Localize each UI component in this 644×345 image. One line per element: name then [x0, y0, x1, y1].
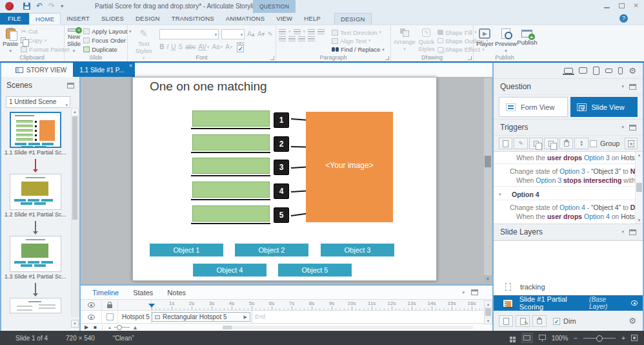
text-direction-button[interactable]: Text Direction▾ [332, 28, 385, 36]
scroll-down-icon[interactable]: ▼ [484, 275, 492, 283]
ribbon-tab-design-question-tools[interactable]: DESIGN [334, 13, 372, 25]
match-target-2[interactable] [192, 134, 270, 151]
group-checkbox[interactable] [590, 140, 597, 147]
slide-object-1[interactable]: Object 1 [150, 244, 223, 256]
preview-button[interactable]: Preview▾ [496, 27, 516, 54]
show-hide-all-column[interactable] [81, 300, 102, 310]
play-icon[interactable]: ▶ [85, 324, 88, 330]
tablet-portrait-icon[interactable] [593, 67, 599, 75]
copy-button[interactable]: Copy▾ [21, 36, 70, 45]
layer-row-tracking[interactable]: tracking [494, 280, 643, 294]
timeline-object-bar[interactable]: Rectangular Hotspot 5 ▶ [152, 312, 250, 322]
panel-dock-icon[interactable] [471, 289, 478, 295]
trigger-row[interactable]: Change state of Option 4 - “Object 4” to… [494, 203, 643, 212]
save-icon[interactable] [23, 3, 30, 10]
laptop-icon[interactable] [564, 68, 573, 74]
ribbon-tab-design[interactable]: DESIGN [130, 13, 166, 25]
panel-dock-icon[interactable] [629, 229, 636, 235]
scenes-collapse-icon[interactable]: ▼ [71, 320, 79, 328]
timeline-zoom-control[interactable]: ▲ ▲ [108, 324, 138, 331]
number-marker-2[interactable]: 2 [274, 136, 289, 152]
clear-formatting-icon[interactable]: ✎ [268, 30, 273, 38]
drawing-dialog-launcher-icon[interactable] [468, 56, 472, 60]
image-placeholder[interactable]: <Your image> [306, 112, 393, 222]
slide-object-3[interactable]: Object 3 [321, 244, 394, 256]
tab-story-view[interactable]: STORY VIEW [9, 63, 73, 77]
quick-styles-button[interactable]: ✎ Quick Styles▾ [418, 27, 435, 54]
player-button[interactable]: ▶ Player [476, 27, 494, 54]
match-target-4[interactable] [192, 182, 270, 198]
form-view-button[interactable]: Form View [499, 97, 568, 117]
grow-font-button[interactable]: A▴ [247, 30, 255, 38]
help-icon[interactable]: ? [619, 14, 628, 23]
panel-dock-icon[interactable] [67, 83, 74, 89]
cut-button[interactable]: ✂Cut [21, 27, 70, 36]
scrollbar-thumb[interactable] [485, 156, 491, 167]
number-marker-3[interactable]: 3 [274, 160, 289, 175]
timeline-vscrollbar[interactable]: ▲ ▼ [484, 300, 492, 324]
close-button[interactable]: ✕ [634, 3, 639, 9]
ribbon-tab-animations[interactable]: ANIMATIONS [220, 13, 270, 25]
collapse-icon[interactable]: ▾ [621, 125, 624, 130]
eye-icon[interactable] [88, 302, 95, 308]
zoom-out-button[interactable]: − [574, 335, 578, 342]
manage-variables-button[interactable]: x [625, 138, 638, 149]
new-trigger-button[interactable] [499, 138, 512, 149]
slide-thumbnail-3[interactable] [10, 236, 61, 272]
story-view-icon[interactable] [510, 337, 512, 339]
scenes-scrollbar[interactable]: ▲ [71, 108, 79, 317]
focus-order-button[interactable]: Focus Order [83, 36, 131, 45]
reorder-trigger-button[interactable]: ▲▼ [574, 138, 588, 149]
tab-timeline[interactable]: Timeline [92, 289, 119, 297]
bold-button[interactable]: B [159, 43, 164, 51]
group-toggle[interactable]: Group [590, 140, 620, 147]
trigger-row[interactable]: When Option 3 stops intersecting with Ho… [494, 176, 643, 187]
trigger-row[interactable]: When the user drops Option 4 on Hotspot … [494, 212, 643, 221]
timeline-ruler[interactable]: 1s2s3s4s5s6s7s8s9s10s11s12s13s14s15s16s [81, 300, 492, 311]
scrollbar-thumb[interactable] [636, 183, 642, 192]
dim-toggle[interactable]: ✓ Dim [553, 317, 576, 325]
edit-layer-button[interactable] [516, 315, 530, 327]
slide-object-4[interactable]: Object 4 [193, 264, 267, 277]
edit-trigger-button[interactable]: ✎ [514, 138, 527, 149]
font-size-select[interactable]: ▾ [221, 29, 245, 39]
slide-object-5[interactable]: Object 5 [278, 264, 352, 277]
align-center-icon[interactable] [288, 36, 296, 41]
number-marker-1[interactable]: 1 [274, 112, 289, 128]
scrollbar-thumb[interactable] [72, 116, 77, 220]
tab-slide-1-1[interactable]: 1.1 Slide #1 P... ✕ [73, 63, 134, 77]
number-marker-4[interactable]: 4 [274, 183, 289, 199]
zoom-in-button[interactable]: + [621, 335, 625, 342]
zoom-out-icon[interactable]: ▲ [108, 326, 112, 329]
bar-extend-icon[interactable]: ▶ [244, 315, 247, 320]
shadow-button[interactable]: S [178, 43, 183, 51]
match-target-1[interactable] [192, 110, 270, 127]
tab-states[interactable]: States [133, 289, 153, 297]
delete-trigger-button[interactable] [559, 138, 573, 149]
duplicate-button[interactable]: Duplicate [83, 45, 131, 54]
slide-view-button[interactable]: Slide View [570, 97, 638, 117]
ribbon-tab-slides[interactable]: SLIDES [96, 13, 130, 25]
ribbon-tab-home[interactable]: HOME [29, 13, 61, 25]
slide-thumbnail-4[interactable] [10, 298, 61, 313]
stop-icon[interactable]: ■ [94, 324, 97, 330]
find-replace-button[interactable]: Find / Replace▾ [332, 46, 385, 54]
numbering-icon[interactable] [294, 29, 301, 34]
panel-dock-icon[interactable] [629, 125, 636, 131]
collapse-icon[interactable]: ▾ [621, 229, 624, 235]
timeline-menu-icon[interactable]: ▾ [462, 290, 465, 295]
new-slide-button[interactable]: New Slide▾ [67, 27, 81, 54]
object-name[interactable]: Hotspot 5 [118, 311, 152, 323]
eye-icon[interactable] [631, 300, 638, 306]
paste-trigger-button[interactable] [544, 138, 558, 149]
timeline-hscrollbar[interactable] [223, 326, 473, 329]
new-layer-button[interactable] [499, 315, 513, 327]
font-color-button[interactable]: A▾ [225, 43, 232, 51]
fit-to-window-icon[interactable] [631, 335, 638, 341]
copy-trigger-button[interactable] [529, 138, 543, 149]
phone-portrait-icon[interactable] [618, 67, 623, 74]
align-left-icon[interactable] [279, 36, 286, 41]
lock-all-column[interactable] [102, 300, 118, 310]
ribbon-tab-help[interactable]: HELP [298, 13, 327, 25]
minimize-button[interactable] [604, 7, 610, 8]
